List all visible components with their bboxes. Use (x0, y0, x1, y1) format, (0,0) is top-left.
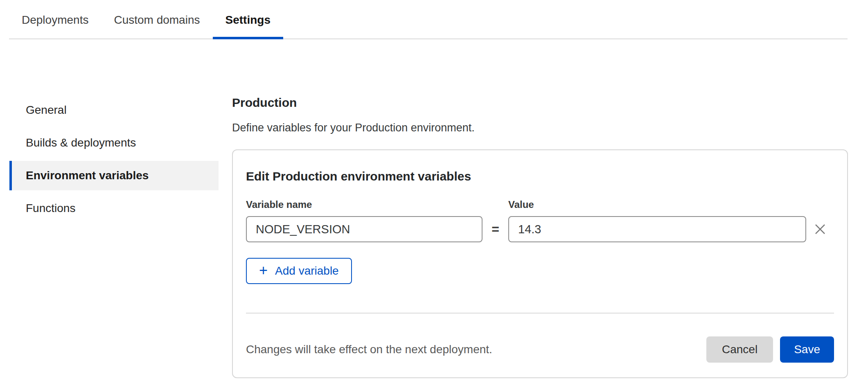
cancel-button[interactable]: Cancel (706, 336, 773, 363)
card-footer: Changes will take effect on the next dep… (246, 336, 834, 363)
tab-custom-domains[interactable]: Custom domains (101, 0, 212, 38)
variable-name-label: Variable name (246, 199, 482, 210)
sidebar-item-functions[interactable]: Functions (9, 194, 219, 223)
card-title: Edit Production environment variables (246, 169, 834, 184)
equals-sign: = (482, 222, 508, 237)
tab-settings[interactable]: Settings (213, 0, 283, 38)
footer-actions: Cancel Save (706, 336, 834, 363)
value-label: Value (508, 199, 806, 210)
card-divider (246, 313, 834, 314)
variable-row: = (246, 216, 834, 242)
save-button[interactable]: Save (780, 336, 834, 363)
sidebar-item-general[interactable]: General (9, 95, 219, 125)
page-title: Production (232, 95, 848, 110)
page-description: Define variables for your Production env… (232, 121, 848, 135)
add-variable-label: Add variable (275, 264, 339, 277)
tab-bar: Deployments Custom domains Settings (9, 0, 848, 39)
variable-value-input[interactable] (508, 216, 806, 242)
close-icon (814, 223, 826, 235)
environment-variables-card: Edit Production environment variables Va… (232, 149, 848, 378)
tab-deployments[interactable]: Deployments (9, 0, 101, 38)
content-area: General Builds & deployments Environment… (0, 39, 868, 378)
sidebar-item-environment-variables[interactable]: Environment variables (9, 161, 219, 190)
field-labels-row: Variable name Value (246, 199, 834, 210)
deployment-note: Changes will take effect on the next dep… (246, 343, 492, 356)
settings-main-panel: Production Define variables for your Pro… (232, 95, 848, 378)
sidebar-item-builds-deployments[interactable]: Builds & deployments (9, 128, 219, 158)
plus-icon: + (259, 263, 268, 278)
variable-name-input[interactable] (246, 216, 482, 242)
settings-sidebar: General Builds & deployments Environment… (9, 95, 219, 226)
remove-variable-button[interactable] (812, 221, 829, 238)
add-variable-button[interactable]: + Add variable (246, 258, 352, 284)
